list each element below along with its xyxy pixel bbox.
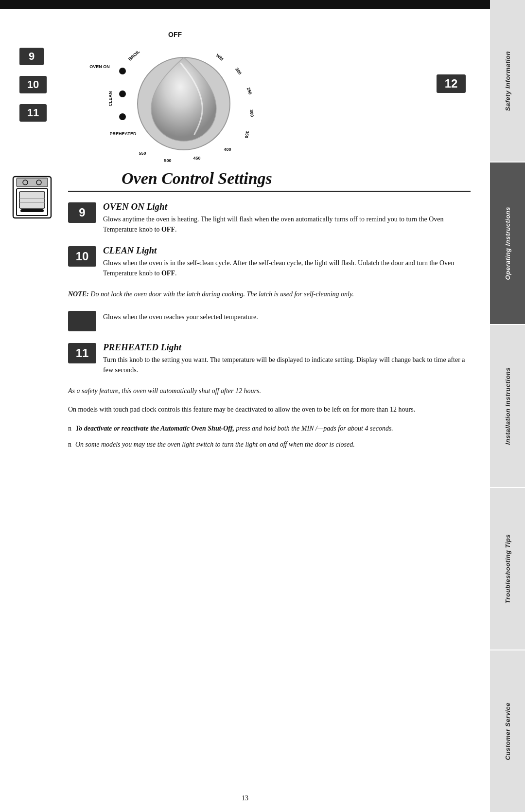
svg-text:250: 250 xyxy=(246,87,253,95)
section-11-body: Glows when the oven reaches your selecte… xyxy=(103,312,258,322)
num-12-badge: 12 xyxy=(437,74,466,93)
svg-text:500: 500 xyxy=(164,158,171,163)
indicator-10: 10 xyxy=(19,76,47,93)
num-12-label: 12 xyxy=(445,77,458,90)
svg-point-6 xyxy=(119,113,126,120)
svg-text:CLEAN: CLEAN xyxy=(108,91,113,107)
section-9: 9 OVEN ON Light Glows anytime the oven i… xyxy=(68,201,471,235)
svg-text:350: 350 xyxy=(244,130,250,139)
safety-note: As a safety feature, this oven will auto… xyxy=(68,386,471,397)
sidebar-troubleshooting: Troubleshooting Tips xyxy=(490,488,525,650)
section-12-content: PREHEATED Light Turn this knob to the se… xyxy=(103,342,471,375)
sidebar-label-customer: Customer Service xyxy=(504,703,511,760)
sidebar-label-installation: Installation Instructions xyxy=(504,367,511,445)
oven-svg xyxy=(11,174,53,220)
svg-text:WM: WM xyxy=(215,53,225,62)
svg-rect-21 xyxy=(17,178,48,187)
badge-9: 9 xyxy=(68,202,96,223)
indicator-9: 9 xyxy=(19,48,47,65)
num-11-label: 11 xyxy=(27,107,39,119)
note-block: NOTE: Do not lock the oven door with the… xyxy=(68,289,471,299)
section-12: 11 PREHEATED Light Turn this knob to the… xyxy=(68,342,471,375)
svg-rect-20 xyxy=(20,209,44,212)
sidebar-installation: Installation Instructions xyxy=(490,325,525,487)
num-9-badge: 9 xyxy=(19,48,44,65)
svg-text:200: 200 xyxy=(234,67,243,75)
svg-text:OVEN ON: OVEN ON xyxy=(89,64,110,69)
badge-10-label: 10 xyxy=(76,250,89,263)
section-10-body: Glows when the oven is in the self-clean… xyxy=(103,258,471,278)
bullet-text-2: On some models you may use the oven ligh… xyxy=(75,439,355,450)
svg-text:PREHEATED: PREHEATED xyxy=(110,131,137,136)
sidebar-operating: Operating Instructions xyxy=(490,162,525,325)
svg-text:550: 550 xyxy=(139,151,146,156)
badge-10: 10 xyxy=(68,246,96,267)
bullet-sym-2: n xyxy=(68,439,71,450)
svg-rect-19 xyxy=(19,192,45,208)
sidebar-customer: Customer Service xyxy=(490,650,525,812)
num-11-badge: 11 xyxy=(19,104,47,122)
sidebar-safety: Safety Information xyxy=(490,0,525,162)
bullet-sym-1: n xyxy=(68,423,71,433)
indicator-12: 12 xyxy=(437,74,466,93)
badge-12-label: 11 xyxy=(76,346,89,360)
bullet-2: n On some models you may use the oven li… xyxy=(68,439,471,450)
svg-point-4 xyxy=(119,90,126,97)
note-label: NOTE: xyxy=(68,290,89,298)
section-12-body: Turn this knob to the setting you want. … xyxy=(103,355,471,375)
svg-text:BROIL: BROIL xyxy=(127,49,141,62)
page-title: Oven Control Settings xyxy=(122,169,471,188)
oven-illustration xyxy=(11,174,53,220)
paragraph-body: On models with touch pad clock controls … xyxy=(68,404,471,415)
svg-text:450: 450 xyxy=(193,156,200,161)
sidebar: Safety Information Operating Instruction… xyxy=(490,0,525,812)
section-11-content: Glows when the oven reaches your selecte… xyxy=(103,310,258,322)
section-12-title: PREHEATED Light xyxy=(103,342,471,353)
section-10-content: CLEAN Light Glows when the oven is in th… xyxy=(103,245,471,278)
section-10-title: CLEAN Light xyxy=(103,245,471,256)
num-10-badge: 10 xyxy=(19,76,47,93)
section-11: Glows when the oven reaches your selecte… xyxy=(68,310,471,331)
badge-11 xyxy=(68,311,96,331)
svg-text:400: 400 xyxy=(224,147,231,152)
badge-12: 11 xyxy=(68,343,96,363)
sidebar-label-troubleshooting: Troubleshooting Tips xyxy=(504,534,511,603)
left-indicators: 9 10 11 xyxy=(19,48,47,122)
off-label: OFF xyxy=(168,31,182,38)
section-9-title: OVEN ON Light xyxy=(103,201,471,212)
page-number: 13 xyxy=(0,794,490,802)
section-9-body: Glows anytime the oven is heating. The l… xyxy=(103,214,471,235)
sidebar-label-safety: Safety Information xyxy=(504,51,511,111)
bullet-1: n To deactivate or reactivate the Automa… xyxy=(68,423,471,433)
knob-area: 9 10 11 OFF OVEN ON xyxy=(15,28,471,169)
bullet-text-1: To deactivate or reactivate the Automati… xyxy=(75,423,393,433)
knob-diagram: OFF OVEN ON BROIL CLEAN PREHEATED WM xyxy=(53,28,297,169)
note-text: Do not lock the oven door with the latch… xyxy=(90,290,354,298)
num-10-label: 10 xyxy=(27,78,39,91)
indicator-11: 11 xyxy=(19,104,47,122)
sidebar-label-operating: Operating Instructions xyxy=(504,207,511,280)
section-10: 10 CLEAN Light Glows when the oven is in… xyxy=(68,245,471,278)
num-9-label: 9 xyxy=(29,50,35,63)
title-divider xyxy=(68,191,471,192)
section-9-content: OVEN ON Light Glows anytime the oven is … xyxy=(103,201,471,235)
badge-9-label: 9 xyxy=(79,206,85,219)
content-area: Oven Control Settings 9 OVEN ON Light Gl… xyxy=(68,169,471,450)
svg-point-1 xyxy=(119,68,126,74)
top-bar xyxy=(0,0,490,9)
main-content: 9 10 11 OFF OVEN ON xyxy=(0,9,490,812)
svg-text:300: 300 xyxy=(249,109,254,117)
knob-svg: OFF OVEN ON BROIL CLEAN PREHEATED WM xyxy=(53,28,297,169)
